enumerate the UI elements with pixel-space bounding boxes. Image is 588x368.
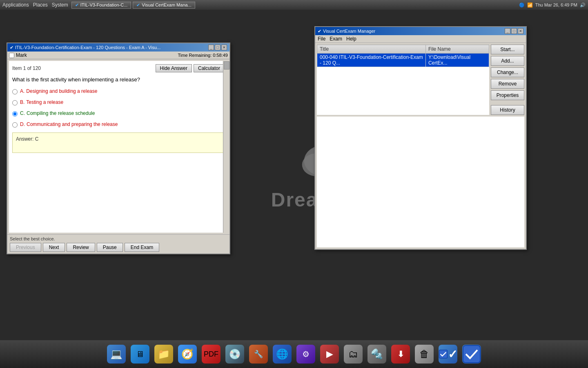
- manager-minimize-btn[interactable]: _: [505, 28, 510, 34]
- manager-table-area: Title File Name 000-040 ITIL-V3-Foundati…: [317, 45, 489, 115]
- menu-exam[interactable]: Exam: [330, 36, 342, 42]
- trash-icon: 🗑: [415, 345, 434, 364]
- dock-item-certexam1[interactable]: [437, 343, 459, 365]
- manager-buttons: Start... Add... Change... Remove Propert…: [489, 43, 526, 117]
- option-a-label: A. Designing and building a release: [20, 88, 97, 94]
- status-text: Select the best choice.: [10, 236, 227, 241]
- review-btn[interactable]: Review: [67, 243, 95, 252]
- svg-rect-7: [463, 346, 480, 363]
- manager-titlebar: ✔ Visual CertExam Manager _ □ ✕: [315, 27, 526, 35]
- taskbar-window1-btn[interactable]: ✔ ITIL-V3-Foundation-C...: [71, 2, 131, 9]
- menu-file[interactable]: File: [318, 36, 325, 42]
- exam-top-buttons: Hide Answer Calculator: [156, 64, 225, 72]
- media-player-icon: ▶: [320, 345, 339, 364]
- pdf-icon: PDF: [202, 345, 220, 364]
- drive-icon: 💿: [225, 345, 244, 364]
- dock-item-totem[interactable]: ▶: [319, 343, 340, 365]
- option-a-letter: A.: [20, 88, 24, 94]
- scrollbar-thumb[interactable]: [224, 61, 229, 70]
- item-counter: Item 1 of 120: [12, 65, 41, 71]
- option-d-radio[interactable]: [12, 122, 18, 128]
- exam-maximize-btn[interactable]: □: [215, 45, 220, 50]
- exam-titlebar-left: ✔ ITIL-V3-Foundation-Certification-Exam …: [10, 45, 160, 50]
- manager-titlebar-controls: _ □ ✕: [505, 28, 523, 34]
- scratch-icon: 🔧: [249, 345, 268, 364]
- add-btn[interactable]: Add...: [491, 56, 524, 66]
- dock-item-tools[interactable]: 🔩: [366, 343, 388, 365]
- exam-scrollbar[interactable]: [223, 61, 229, 233]
- dock-item-safari[interactable]: 🧭: [177, 343, 198, 365]
- dock-item-computer[interactable]: 💻: [106, 343, 127, 365]
- option-b-label: B. Testing a release: [20, 99, 63, 105]
- dock-item-drive[interactable]: 💿: [224, 343, 245, 365]
- taskbar-window2-btn[interactable]: ✔ Visual CertExam Mana...: [133, 2, 195, 9]
- pause-btn[interactable]: Pause: [97, 243, 123, 252]
- exam-body: Item 1 of 120 Hide Answer Calculator Wha…: [9, 61, 228, 233]
- exam-minimize-btn[interactable]: _: [208, 45, 214, 50]
- purple-app-icon: ⚙: [296, 345, 315, 364]
- dock-item-pdf[interactable]: PDF: [200, 343, 222, 365]
- wifi-icon: 📶: [527, 2, 533, 8]
- window2-check-icon: ✔: [136, 2, 140, 8]
- table-cell-filename: Y:\Download\Visual CertEx...: [425, 54, 489, 67]
- previous-btn[interactable]: Previous: [10, 243, 41, 252]
- taskbar-top: Applications Places System ✔ ITIL-V3-Fou…: [0, 0, 588, 10]
- answer-box: Answer: C: [12, 132, 225, 153]
- table-cell-title: 000-040 ITIL-V3-Foundation-Certification…: [317, 54, 426, 67]
- certexam2-icon: [462, 345, 481, 364]
- option-b-radio[interactable]: [12, 100, 18, 105]
- next-btn[interactable]: Next: [43, 243, 65, 252]
- exam-body-top: Item 1 of 120 Hide Answer Calculator: [12, 64, 225, 72]
- exam-close-btn[interactable]: ✕: [221, 45, 227, 50]
- files-icon: 📁: [154, 345, 173, 364]
- remove-btn[interactable]: Remove: [491, 79, 524, 89]
- table-row[interactable]: 000-040 ITIL-V3-Foundation-Certification…: [317, 54, 489, 67]
- globe-icon: 🌐: [273, 345, 292, 364]
- dock-item-globe[interactable]: 🌐: [272, 343, 293, 365]
- dock-item-finder[interactable]: 🗂: [343, 343, 364, 365]
- menu-help[interactable]: Help: [346, 36, 356, 42]
- manager-title-text: Visual CertExam Manager: [323, 29, 375, 34]
- dock-item-files[interactable]: 📁: [153, 343, 174, 365]
- dock-item-purple[interactable]: ⚙: [295, 343, 316, 365]
- calculator-btn[interactable]: Calculator: [194, 64, 225, 72]
- exam-menubar: Mark Time Remaining: 0:58:49: [7, 52, 229, 59]
- table-col-filename: File Name: [425, 45, 489, 54]
- properties-btn[interactable]: Properties: [491, 90, 524, 100]
- dock-item-certexam2[interactable]: [461, 343, 482, 365]
- taskbar-windows: ✔ ITIL-V3-Foundation-C... ✔ Visual CertE…: [71, 2, 516, 9]
- taskbar-apps[interactable]: Applications: [2, 2, 29, 8]
- svg-rect-6: [439, 350, 448, 358]
- option-d-text: Communicating and preparing the release: [27, 121, 118, 127]
- exam-titlebar: ✔ ITIL-V3-Foundation-Certification-Exam …: [7, 43, 229, 52]
- exam-title-text: ITIL-V3-Foundation-Certification-Exam - …: [15, 45, 160, 50]
- option-a: A. Designing and building a release: [12, 88, 225, 94]
- start-btn[interactable]: Start...: [491, 45, 524, 54]
- mark-checkbox[interactable]: [9, 53, 14, 58]
- hide-answer-btn[interactable]: Hide Answer: [156, 64, 192, 72]
- mark-label: Mark: [16, 52, 27, 58]
- dock-item-trash[interactable]: 🗑: [414, 343, 435, 365]
- mark-checkbox-area: Mark: [9, 52, 27, 58]
- taskbar-system[interactable]: System: [52, 2, 68, 8]
- window2-label: Visual CertExam Mana...: [142, 2, 191, 7]
- history-btn[interactable]: History: [491, 105, 524, 115]
- dock-item-download-app[interactable]: ⬇: [390, 343, 411, 365]
- taskbar-places[interactable]: Places: [33, 2, 48, 8]
- end-exam-btn[interactable]: End Exam: [125, 243, 159, 252]
- option-b-text: Testing a release: [26, 99, 63, 105]
- question-text: What is the first activity when implemen…: [12, 76, 225, 83]
- exam-titlebar-controls: _ □ ✕: [208, 45, 227, 50]
- nav-buttons: Previous Next Review Pause End Exam: [10, 243, 227, 252]
- safari-icon: 🧭: [178, 345, 197, 364]
- option-a-radio[interactable]: [12, 89, 18, 94]
- manager-maximize-btn[interactable]: □: [511, 28, 517, 34]
- dock-item-network[interactable]: 🖥: [129, 343, 151, 365]
- manager-close-btn[interactable]: ✕: [518, 28, 523, 34]
- option-c-radio[interactable]: [12, 111, 18, 117]
- option-c-label: C. Compiling the release schedule: [20, 110, 95, 116]
- dock-item-scratch[interactable]: 🔧: [248, 343, 269, 365]
- option-b-letter: B.: [20, 99, 24, 105]
- option-c: C. Compiling the release schedule: [12, 110, 225, 117]
- change-btn[interactable]: Change...: [491, 67, 524, 77]
